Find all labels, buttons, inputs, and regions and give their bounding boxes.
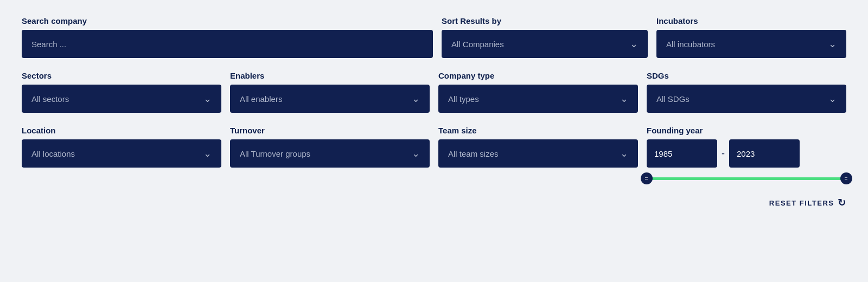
- founding-year-slider[interactable]: [647, 173, 846, 184]
- team-size-dropdown[interactable]: All team sizes ⌄: [438, 139, 638, 168]
- year-inputs-row: -: [647, 139, 846, 168]
- sort-results-section: Sort Results by All Companies ⌄: [442, 16, 648, 58]
- location-dropdown[interactable]: All locations ⌄: [22, 139, 221, 168]
- search-company-section: Search company: [22, 16, 433, 58]
- slider-thumb-right[interactable]: [840, 172, 852, 184]
- founding-year-label: Founding year: [647, 126, 846, 135]
- search-input[interactable]: [22, 30, 433, 58]
- company-type-dropdown[interactable]: All types ⌄: [438, 85, 638, 113]
- incubators-chevron-icon: ⌄: [828, 38, 837, 50]
- enablers-label: Enablers: [230, 71, 430, 80]
- location-label: Location: [22, 126, 221, 135]
- sort-results-dropdown[interactable]: All Companies ⌄: [442, 30, 648, 58]
- sectors-label: Sectors: [22, 71, 221, 80]
- sectors-dropdown[interactable]: All sectors ⌄: [22, 85, 221, 113]
- location-section: Location All locations ⌄: [22, 126, 221, 184]
- sectors-value: All sectors: [31, 94, 69, 104]
- reset-icon: ↻: [838, 197, 847, 209]
- year-separator: -: [722, 148, 725, 159]
- company-type-label: Company type: [438, 71, 638, 80]
- turnover-dropdown[interactable]: All Turnover groups ⌄: [230, 139, 430, 168]
- team-size-label: Team size: [438, 126, 638, 135]
- incubators-label: Incubators: [656, 16, 846, 25]
- company-type-value: All types: [448, 94, 479, 104]
- founding-year-from-input[interactable]: [647, 139, 717, 168]
- sort-results-value: All Companies: [451, 40, 504, 49]
- company-type-section: Company type All types ⌄: [438, 71, 638, 113]
- sdgs-section: SDGs All SDGs ⌄: [647, 71, 846, 113]
- enablers-section: Enablers All enablers ⌄: [230, 71, 430, 113]
- sort-results-label: Sort Results by: [442, 16, 648, 25]
- team-size-chevron-icon: ⌄: [620, 148, 628, 159]
- enablers-value: All enablers: [240, 94, 282, 104]
- turnover-value: All Turnover groups: [240, 149, 310, 158]
- reset-row: RESET FILTERS ↻: [22, 197, 846, 209]
- team-size-section: Team size All team sizes ⌄: [438, 126, 638, 184]
- sectors-section: Sectors All sectors ⌄: [22, 71, 221, 113]
- incubators-value: All incubators: [666, 40, 715, 49]
- sdgs-label: SDGs: [647, 71, 846, 80]
- turnover-chevron-icon: ⌄: [412, 148, 420, 159]
- location-value: All locations: [31, 149, 75, 158]
- team-size-value: All team sizes: [448, 149, 499, 158]
- company-type-chevron-icon: ⌄: [620, 93, 628, 105]
- turnover-section: Turnover All Turnover groups ⌄: [230, 126, 430, 184]
- sdgs-dropdown[interactable]: All SDGs ⌄: [647, 85, 846, 113]
- incubators-dropdown[interactable]: All incubators ⌄: [656, 30, 846, 58]
- founding-year-section: Founding year -: [647, 126, 846, 184]
- enablers-chevron-icon: ⌄: [412, 93, 420, 105]
- incubators-section: Incubators All incubators ⌄: [656, 16, 846, 58]
- location-chevron-icon: ⌄: [203, 148, 212, 159]
- turnover-label: Turnover: [230, 126, 430, 135]
- sort-results-chevron-icon: ⌄: [630, 38, 638, 50]
- slider-thumb-left[interactable]: [641, 172, 653, 184]
- slider-track: [647, 177, 846, 180]
- enablers-dropdown[interactable]: All enablers ⌄: [230, 85, 430, 113]
- sdgs-value: All SDGs: [656, 94, 690, 104]
- founding-year-to-input[interactable]: [729, 139, 800, 168]
- search-company-label: Search company: [22, 16, 433, 25]
- reset-filters-button[interactable]: RESET FILTERS ↻: [769, 197, 846, 209]
- sectors-chevron-icon: ⌄: [203, 93, 212, 105]
- sdgs-chevron-icon: ⌄: [828, 93, 837, 105]
- reset-filters-label: RESET FILTERS: [769, 199, 834, 207]
